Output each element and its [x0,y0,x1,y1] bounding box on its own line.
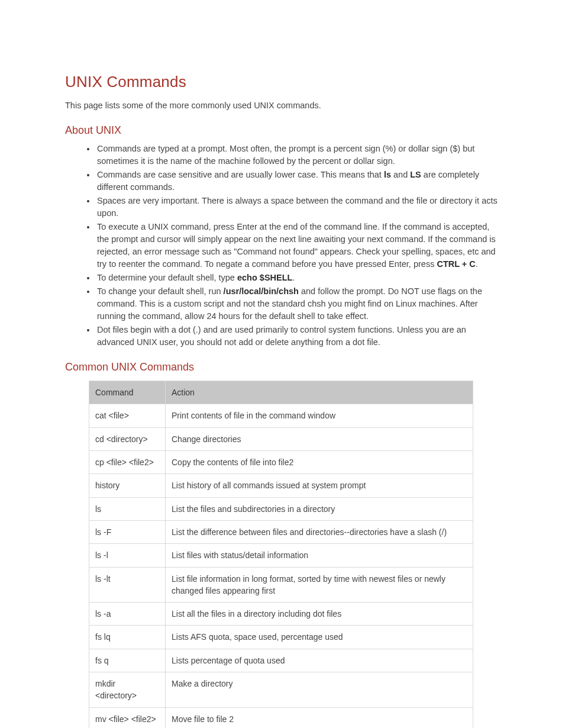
about-item: To determine your default shell, type ec… [96,272,500,284]
about-item: To execute a UNIX command, press Enter a… [96,221,500,270]
commands-table: Command Action cat <file>Print contents … [89,381,473,728]
page-title: UNIX Commands [65,71,500,94]
intro-paragraph: This page lists some of the more commonl… [65,99,500,112]
about-text-post: . [476,259,478,269]
col-header-command: Command [89,381,166,404]
table-row: mv <file> <file2>Move file to file 2 [89,707,473,728]
cell-command: mkdir <directory> [89,672,166,708]
cell-action: List all the files in a directory includ… [166,603,473,626]
table-row: ls -lList files with status/detail infor… [89,544,473,567]
table-row: ls -ltList file information in long form… [89,567,473,603]
cell-action: Change directories [166,427,473,450]
cell-action: Move file to file 2 [166,707,473,728]
about-text-mid: and [391,170,410,179]
about-heading: About UNIX [65,123,500,138]
cell-action: Lists percentage of quota used [166,649,473,672]
about-text-pre: Commands are case sensitive and are usua… [97,170,384,179]
about-text-pre: To change your default shell, run [97,286,224,296]
commands-heading: Common UNIX Commands [65,359,500,375]
about-text-post: . [292,273,295,282]
about-text: Commands are typed at a prompt. Most oft… [97,144,474,166]
bold-ls: ls [384,170,391,179]
about-text-pre: To determine your default shell, type [97,273,237,282]
about-item: To change your default shell, run /usr/l… [96,285,500,323]
cell-command: ls -l [89,544,166,567]
about-item: Commands are case sensitive and are usua… [96,169,500,194]
about-text: Spaces are very important. There is alwa… [97,196,498,218]
cell-command: fs q [89,649,166,672]
table-row: cp <file> <file2>Copy the contents of fi… [89,451,473,474]
table-row: cat <file>Print contents of file in the … [89,404,473,427]
cell-command: ls -lt [89,567,166,603]
document-page: UNIX Commands This page lists some of th… [0,0,562,728]
table-row: fs lqLists AFS quota, space used, percen… [89,626,473,649]
about-list: Commands are typed at a prompt. Most oft… [65,143,500,349]
cell-command: ls -F [89,520,166,543]
table-row: lsList the files and subdirectories in a… [89,497,473,520]
table-row: ls -FList the difference between files a… [89,520,473,543]
commands-table-body: cat <file>Print contents of file in the … [89,404,473,728]
table-row: mkdir <directory>Make a directory [89,672,473,708]
cell-command: mv <file> <file2> [89,707,166,728]
cell-command: ls [89,497,166,520]
about-text-pre: To execute a UNIX command, press Enter a… [97,222,496,269]
cell-command: history [89,474,166,497]
about-item: Commands are typed at a prompt. Most oft… [96,143,500,167]
cell-action: Lists AFS quota, space used, percentage … [166,626,473,649]
cell-action: List the files and subdirectories in a d… [166,497,473,520]
cell-command: ls -a [89,603,166,626]
about-text: Dot files begin with a dot (.) and are u… [97,325,466,347]
about-item: Dot files begin with a dot (.) and are u… [96,324,500,349]
cell-action: List files with status/detail informatio… [166,544,473,567]
cell-command: cat <file> [89,404,166,427]
cell-action: List the difference between files and di… [166,520,473,543]
cell-command: fs lq [89,626,166,649]
about-item: Spaces are very important. There is alwa… [96,195,500,220]
table-row: cd <directory>Change directories [89,427,473,450]
cell-action: Print contents of file in the command wi… [166,404,473,427]
cell-command: cd <directory> [89,427,166,450]
bold-ctrl-c: CTRL + C [437,259,475,269]
table-header-row: Command Action [89,381,473,404]
bold-echo-shell: echo $SHELL [237,273,292,282]
cell-action: List history of all commands issued at s… [166,474,473,497]
col-header-action: Action [166,381,473,404]
cell-action: Copy the contents of file into file2 [166,451,473,474]
cell-command: cp <file> <file2> [89,451,166,474]
table-row: historyList history of all commands issu… [89,474,473,497]
table-row: ls -aList all the files in a directory i… [89,603,473,626]
cell-action: Make a directory [166,672,473,708]
cell-action: List file information in long format, so… [166,567,473,603]
bold-chsh-path: /usr/local/bin/chsh [224,286,299,296]
bold-ls-upper: LS [410,170,421,179]
table-row: fs qLists percentage of quota used [89,649,473,672]
